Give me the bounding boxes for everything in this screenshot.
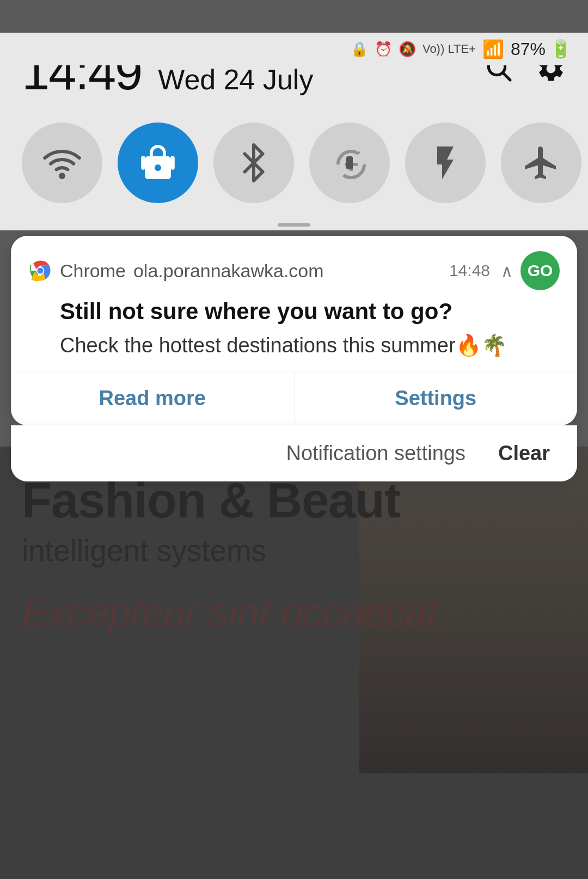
notification-title: Still not sure where you want to go? <box>60 297 560 327</box>
network-text: Vo)) LTE+ <box>422 42 476 56</box>
notification-card: Chrome ola.porannakawka.com 14:48 ∧ GO S… <box>11 236 577 425</box>
settings-button[interactable]: Settings <box>295 371 578 425</box>
svg-rect-5 <box>346 156 353 169</box>
signal-icon: 📶 <box>482 39 504 59</box>
quick-settings-row <box>0 112 588 219</box>
chrome-icon <box>28 259 52 283</box>
panel-divider <box>0 219 588 230</box>
lock-icon: 🔒 <box>351 41 368 58</box>
flashlight-toggle[interactable] <box>405 123 486 203</box>
svg-point-2 <box>60 174 64 178</box>
notification-panel: 🔒 ⏰ 🔕 Vo)) LTE+ 📶 87% 🔋 14:49 Wed 24 Jul… <box>0 33 588 481</box>
mute-icon: 🔕 <box>399 41 416 58</box>
notification-time: 14:48 <box>449 261 490 280</box>
date-display: Wed 24 July <box>158 63 313 96</box>
notification-actions: Read more Settings <box>11 371 577 425</box>
lock-rotation-toggle[interactable] <box>309 123 390 203</box>
notification-header: Chrome ola.porannakawka.com 14:48 ∧ GO <box>11 236 577 297</box>
clear-button[interactable]: Clear <box>498 442 550 465</box>
bluetooth-toggle[interactable] <box>213 123 294 203</box>
notification-description: Check the hottest destinations this summ… <box>60 331 560 360</box>
svg-line-1 <box>503 73 510 80</box>
airplane-toggle[interactable] <box>501 123 581 203</box>
notification-url: ola.porannakawka.com <box>133 260 442 282</box>
notification-expand-icon[interactable]: ∧ <box>501 261 513 280</box>
status-icons: 🔒 ⏰ 🔕 Vo)) LTE+ 📶 <box>351 39 511 59</box>
battery-percent: 87% <box>511 39 546 59</box>
notification-footer: Notification settings Clear <box>11 425 577 481</box>
alarm-icon: ⏰ <box>375 41 392 58</box>
mute-toggle[interactable] <box>118 123 198 203</box>
notification-body: Still not sure where you want to go? Che… <box>11 297 577 371</box>
svg-point-8 <box>38 268 44 274</box>
status-bar: 🔒 ⏰ 🔕 Vo)) LTE+ 📶 87% 🔋 <box>0 33 588 65</box>
wifi-toggle[interactable] <box>22 123 102 203</box>
dark-overlay <box>0 447 588 879</box>
battery-icon: 🔋 <box>550 39 572 59</box>
notification-settings-button[interactable]: Notification settings <box>286 442 465 465</box>
read-more-button[interactable]: Read more <box>11 371 295 425</box>
go-badge: GO <box>520 251 560 290</box>
notification-app-name: Chrome <box>60 260 126 282</box>
battery-group: 87% 🔋 <box>511 39 572 59</box>
